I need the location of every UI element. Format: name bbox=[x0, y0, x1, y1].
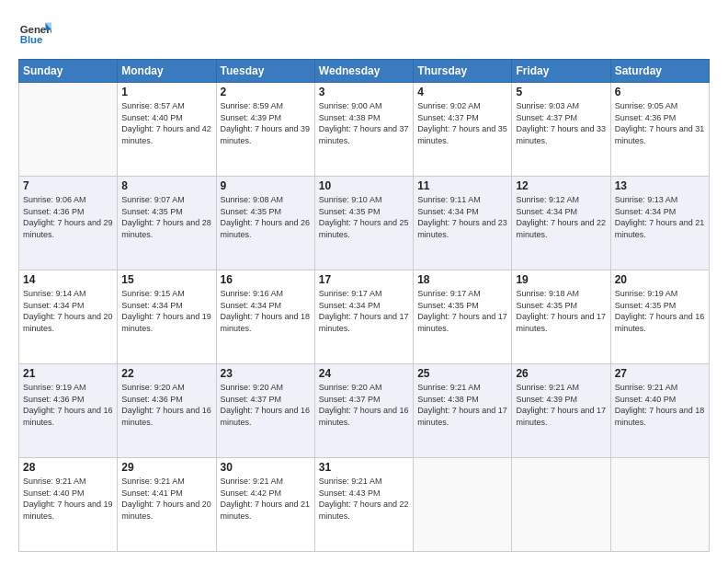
page: General Blue SundayMondayTuesdayWednesda… bbox=[0, 0, 728, 563]
day-number: 15 bbox=[121, 273, 211, 286]
day-info: Sunrise: 9:20 AMSunset: 4:36 PMDaylight:… bbox=[121, 382, 211, 428]
calendar-cell: 24Sunrise: 9:20 AMSunset: 4:37 PMDayligh… bbox=[314, 364, 413, 458]
calendar-cell: 26Sunrise: 9:21 AMSunset: 4:39 PMDayligh… bbox=[512, 364, 610, 458]
day-number: 31 bbox=[319, 461, 409, 474]
day-info: Sunrise: 9:15 AMSunset: 4:34 PMDaylight:… bbox=[121, 288, 211, 334]
calendar-cell: 18Sunrise: 9:17 AMSunset: 4:35 PMDayligh… bbox=[414, 270, 512, 364]
day-number: 19 bbox=[516, 273, 606, 286]
day-info: Sunrise: 8:59 AMSunset: 4:39 PMDaylight:… bbox=[221, 100, 311, 146]
calendar-cell: 7Sunrise: 9:06 AMSunset: 4:36 PMDaylight… bbox=[19, 177, 118, 270]
day-number: 16 bbox=[221, 273, 311, 286]
calendar-cell: 5Sunrise: 9:03 AMSunset: 4:37 PMDaylight… bbox=[512, 83, 610, 177]
day-info: Sunrise: 9:21 AMSunset: 4:39 PMDaylight:… bbox=[516, 382, 606, 428]
weekday-header-wednesday: Wednesday bbox=[314, 60, 413, 83]
day-number: 26 bbox=[516, 367, 606, 380]
day-info: Sunrise: 9:10 AMSunset: 4:35 PMDaylight:… bbox=[319, 194, 409, 240]
calendar-cell: 10Sunrise: 9:10 AMSunset: 4:35 PMDayligh… bbox=[314, 177, 413, 270]
day-number: 4 bbox=[417, 86, 507, 98]
day-number: 13 bbox=[615, 179, 705, 192]
day-number: 14 bbox=[23, 273, 113, 286]
day-info: Sunrise: 9:21 AMSunset: 4:41 PMDaylight:… bbox=[121, 476, 211, 522]
day-number: 27 bbox=[615, 367, 705, 380]
day-info: Sunrise: 9:06 AMSunset: 4:36 PMDaylight:… bbox=[23, 194, 113, 240]
calendar-cell: 21Sunrise: 9:19 AMSunset: 4:36 PMDayligh… bbox=[19, 364, 118, 458]
day-number: 29 bbox=[121, 461, 211, 474]
day-number: 21 bbox=[23, 367, 113, 380]
day-number: 17 bbox=[319, 273, 409, 286]
day-info: Sunrise: 9:21 AMSunset: 4:43 PMDaylight:… bbox=[319, 476, 409, 522]
day-info: Sunrise: 8:57 AMSunset: 4:40 PMDaylight:… bbox=[121, 100, 211, 146]
calendar-cell: 9Sunrise: 9:08 AMSunset: 4:35 PMDaylight… bbox=[216, 177, 314, 270]
logo: General Blue bbox=[18, 17, 51, 50]
calendar-cell bbox=[610, 458, 709, 552]
weekday-header-sunday: Sunday bbox=[19, 60, 118, 83]
calendar-cell: 1Sunrise: 8:57 AMSunset: 4:40 PMDaylight… bbox=[118, 83, 216, 177]
generalblue-logo-icon: General Blue bbox=[18, 17, 51, 50]
calendar-cell: 27Sunrise: 9:21 AMSunset: 4:40 PMDayligh… bbox=[610, 364, 709, 458]
day-info: Sunrise: 9:21 AMSunset: 4:38 PMDaylight:… bbox=[417, 382, 507, 428]
calendar-cell: 13Sunrise: 9:13 AMSunset: 4:34 PMDayligh… bbox=[610, 177, 709, 270]
day-number: 10 bbox=[319, 179, 409, 192]
day-info: Sunrise: 9:08 AMSunset: 4:35 PMDaylight:… bbox=[221, 194, 311, 240]
day-info: Sunrise: 9:21 AMSunset: 4:40 PMDaylight:… bbox=[23, 476, 113, 522]
day-info: Sunrise: 9:20 AMSunset: 4:37 PMDaylight:… bbox=[221, 382, 311, 428]
day-info: Sunrise: 9:21 AMSunset: 4:42 PMDaylight:… bbox=[221, 476, 311, 522]
day-number: 1 bbox=[121, 86, 211, 98]
day-number: 6 bbox=[615, 86, 705, 98]
calendar-cell: 15Sunrise: 9:15 AMSunset: 4:34 PMDayligh… bbox=[118, 270, 216, 364]
weekday-header-friday: Friday bbox=[512, 60, 610, 83]
day-number: 23 bbox=[221, 367, 311, 380]
day-number: 8 bbox=[121, 179, 211, 192]
day-number: 2 bbox=[221, 86, 311, 98]
calendar-week-row: 21Sunrise: 9:19 AMSunset: 4:36 PMDayligh… bbox=[19, 364, 710, 458]
day-number: 30 bbox=[221, 461, 311, 474]
calendar-cell: 17Sunrise: 9:17 AMSunset: 4:34 PMDayligh… bbox=[314, 270, 413, 364]
calendar-cell: 22Sunrise: 9:20 AMSunset: 4:36 PMDayligh… bbox=[118, 364, 216, 458]
calendar-cell: 23Sunrise: 9:20 AMSunset: 4:37 PMDayligh… bbox=[216, 364, 314, 458]
calendar-cell: 16Sunrise: 9:16 AMSunset: 4:34 PMDayligh… bbox=[216, 270, 314, 364]
calendar-week-row: 28Sunrise: 9:21 AMSunset: 4:40 PMDayligh… bbox=[19, 458, 710, 552]
day-number: 18 bbox=[417, 273, 507, 286]
weekday-header-thursday: Thursday bbox=[414, 60, 512, 83]
calendar-cell: 14Sunrise: 9:14 AMSunset: 4:34 PMDayligh… bbox=[19, 270, 118, 364]
day-number: 22 bbox=[121, 367, 211, 380]
day-info: Sunrise: 9:12 AMSunset: 4:34 PMDaylight:… bbox=[516, 194, 606, 240]
day-info: Sunrise: 9:19 AMSunset: 4:35 PMDaylight:… bbox=[615, 288, 705, 334]
calendar-cell: 4Sunrise: 9:02 AMSunset: 4:37 PMDaylight… bbox=[414, 83, 512, 177]
day-info: Sunrise: 9:16 AMSunset: 4:34 PMDaylight:… bbox=[221, 288, 311, 334]
day-info: Sunrise: 9:14 AMSunset: 4:34 PMDaylight:… bbox=[23, 288, 113, 334]
day-number: 28 bbox=[23, 461, 113, 474]
calendar-cell bbox=[414, 458, 512, 552]
day-number: 12 bbox=[516, 179, 606, 192]
day-info: Sunrise: 9:02 AMSunset: 4:37 PMDaylight:… bbox=[417, 100, 507, 146]
day-info: Sunrise: 9:07 AMSunset: 4:35 PMDaylight:… bbox=[121, 194, 211, 240]
calendar-cell: 29Sunrise: 9:21 AMSunset: 4:41 PMDayligh… bbox=[118, 458, 216, 552]
calendar-cell: 20Sunrise: 9:19 AMSunset: 4:35 PMDayligh… bbox=[610, 270, 709, 364]
calendar-cell: 11Sunrise: 9:11 AMSunset: 4:34 PMDayligh… bbox=[414, 177, 512, 270]
calendar-cell bbox=[512, 458, 610, 552]
calendar-cell: 31Sunrise: 9:21 AMSunset: 4:43 PMDayligh… bbox=[314, 458, 413, 552]
weekday-header-tuesday: Tuesday bbox=[216, 60, 314, 83]
calendar-cell: 6Sunrise: 9:05 AMSunset: 4:36 PMDaylight… bbox=[610, 83, 709, 177]
calendar-cell: 2Sunrise: 8:59 AMSunset: 4:39 PMDaylight… bbox=[216, 83, 314, 177]
calendar-table: SundayMondayTuesdayWednesdayThursdayFrid… bbox=[18, 59, 710, 552]
day-number: 3 bbox=[319, 86, 409, 98]
weekday-header-row: SundayMondayTuesdayWednesdayThursdayFrid… bbox=[19, 60, 710, 83]
day-number: 7 bbox=[23, 179, 113, 192]
calendar-week-row: 1Sunrise: 8:57 AMSunset: 4:40 PMDaylight… bbox=[19, 83, 710, 177]
calendar-cell bbox=[19, 83, 118, 177]
calendar-cell: 19Sunrise: 9:18 AMSunset: 4:35 PMDayligh… bbox=[512, 270, 610, 364]
day-number: 5 bbox=[516, 86, 606, 98]
day-info: Sunrise: 9:17 AMSunset: 4:35 PMDaylight:… bbox=[417, 288, 507, 334]
calendar-week-row: 14Sunrise: 9:14 AMSunset: 4:34 PMDayligh… bbox=[19, 270, 710, 364]
day-info: Sunrise: 9:19 AMSunset: 4:36 PMDaylight:… bbox=[23, 382, 113, 428]
day-info: Sunrise: 9:20 AMSunset: 4:37 PMDaylight:… bbox=[319, 382, 409, 428]
weekday-header-monday: Monday bbox=[118, 60, 216, 83]
day-number: 24 bbox=[319, 367, 409, 380]
day-info: Sunrise: 9:18 AMSunset: 4:35 PMDaylight:… bbox=[516, 288, 606, 334]
calendar-week-row: 7Sunrise: 9:06 AMSunset: 4:36 PMDaylight… bbox=[19, 177, 710, 270]
day-info: Sunrise: 9:17 AMSunset: 4:34 PMDaylight:… bbox=[319, 288, 409, 334]
day-number: 9 bbox=[221, 179, 311, 192]
calendar-cell: 12Sunrise: 9:12 AMSunset: 4:34 PMDayligh… bbox=[512, 177, 610, 270]
day-info: Sunrise: 9:11 AMSunset: 4:34 PMDaylight:… bbox=[417, 194, 507, 240]
